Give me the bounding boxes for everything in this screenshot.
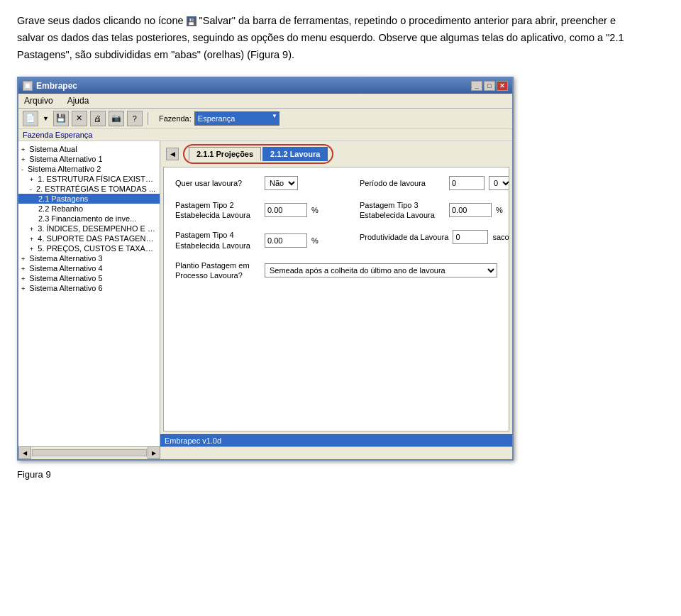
content-area: + Sistema Atual + Sistema Alternativo 1 … xyxy=(18,141,512,446)
expand-icon-14: + xyxy=(21,285,25,292)
form-row-2: Pastagem Tipo 2 Estabelecida Lavoura % P… xyxy=(175,200,497,221)
pastagem-tipo2-input[interactable] xyxy=(265,203,307,217)
body-paragraph: Grave seus dados clicando no ícone 💾 "Sa… xyxy=(17,13,641,64)
sidebar-item-rebanho[interactable]: 2.2 Rebanho xyxy=(18,204,160,214)
fazenda-label: Fazenda: xyxy=(159,114,192,123)
expand-icon-3: + xyxy=(30,176,33,183)
expand-icon-13: + xyxy=(21,275,25,282)
plantio-pastagem-select[interactable]: Semeada após a colheita do último ano de… xyxy=(265,263,497,277)
pastagem-tipo3-label: Pastagem Tipo 3 Estabelecida Lavoura xyxy=(360,200,445,221)
toolbar: 📄 ▼ 💾 ✕ 🖨 📷 ? Fazenda: Esperança xyxy=(18,109,512,129)
scroll-right-arrow[interactable]: ▶ xyxy=(148,446,160,459)
periodo-lavoura-group: Período de lavoura 0 ano(s) xyxy=(360,176,509,190)
produtividade-lavoura-input[interactable] xyxy=(453,230,488,244)
form-row-3: Pastagem Tipo 4 Estabelecida Lavoura % P… xyxy=(175,230,497,251)
title-bar-left: ▣ Embrapec xyxy=(23,81,77,91)
sidebar-item-financiamento[interactable]: 2.3 Financiamento de inve... xyxy=(18,214,160,224)
application-window: ▣ Embrapec _ □ ✕ Arquivo Ajuda 📄 ▼ 💾 ✕ 🖨… xyxy=(17,77,514,461)
delete-button[interactable]: ✕ xyxy=(72,111,87,126)
sidebar-item-sistema-alt1[interactable]: + Sistema Alternativo 1 xyxy=(18,154,160,164)
sidebar-scrollbar-track: ◀ ▶ xyxy=(18,447,160,459)
pastagem-tipo3-group: Pastagem Tipo 3 Estabelecida Lavoura % xyxy=(360,200,509,221)
title-bar: ▣ Embrapec _ □ ✕ xyxy=(18,78,512,94)
sidebar-item-sistema-atual[interactable]: + Sistema Atual xyxy=(18,144,160,154)
expand-icon-0: + xyxy=(21,146,25,153)
window-icon: ▣ xyxy=(23,81,33,91)
sidebar-item-pastagens[interactable]: 2.1 Pastagens xyxy=(18,194,160,204)
pastagem-tipo4-unit: % xyxy=(311,236,319,245)
tab-projections[interactable]: 2.1.1 Projeções xyxy=(189,147,261,161)
usar-lavoura-select[interactable]: Não Sim xyxy=(265,176,298,190)
window-title: Embrapec xyxy=(36,81,77,91)
menu-bar: Arquivo Ajuda xyxy=(18,94,512,109)
expand-icon-12: + xyxy=(21,265,25,273)
pastagem-tipo2-unit: % xyxy=(311,206,319,214)
tab-highlight-oval: 2.1.1 Projeções 2.1.2 Lavoura xyxy=(183,144,333,164)
usar-lavoura-group: Quer usar lavoura? Não Sim xyxy=(175,176,345,190)
scroll-track[interactable] xyxy=(32,449,147,456)
expand-icon-2: - xyxy=(21,166,23,173)
expand-icon-4: - xyxy=(30,186,32,193)
close-button[interactable]: ✕ xyxy=(497,81,508,91)
pastagem-tipo4-input[interactable] xyxy=(265,233,307,248)
produtividade-lavoura-group: Produtividade da Lavoura sacos/ha xyxy=(360,230,509,244)
sidebar-item-sistema-alt3[interactable]: + Sistema Alternativo 3 xyxy=(18,253,160,263)
sidebar-item-precos[interactable]: + 5. PREÇOS, CUSTOS E TAXAS... xyxy=(18,243,160,253)
sidebar-item-sistema-alt5[interactable]: + Sistema Alternativo 5 xyxy=(18,273,160,283)
usar-lavoura-label: Quer usar lavoura? xyxy=(175,178,260,188)
expand-icon-1: + xyxy=(21,156,25,163)
new-button[interactable]: 📄 xyxy=(23,111,38,126)
produtividade-lavoura-label: Produtividade da Lavoura xyxy=(360,232,448,242)
expand-icon-10: + xyxy=(30,246,33,253)
maximize-button[interactable]: □ xyxy=(484,81,495,91)
sidebar-item-sistema-alt6[interactable]: + Sistema Alternativo 6 xyxy=(18,283,160,293)
periodo-lavoura-label: Período de lavoura xyxy=(360,178,445,188)
form-row-1: Quer usar lavoura? Não Sim Período de la… xyxy=(175,176,497,190)
pastagem-tipo3-unit: % xyxy=(496,206,503,214)
tab-lavoura[interactable]: 2.1.2 Lavoura xyxy=(262,147,328,161)
expand-icon-8: + xyxy=(30,226,33,233)
print-button[interactable]: 🖨 xyxy=(90,111,106,126)
expand-icon-9: + xyxy=(30,236,33,243)
sidebar-item-suporte[interactable]: + 4. SUPORTE DAS PASTAGENS... xyxy=(18,233,160,243)
fazenda-select-wrapper[interactable]: Esperança xyxy=(194,111,279,126)
camera-button[interactable]: 📷 xyxy=(109,111,124,126)
pastagem-tipo3-input[interactable] xyxy=(449,203,492,217)
pastagem-tipo2-label: Pastagem Tipo 2 Estabelecida Lavoura xyxy=(175,200,260,221)
periodo-lavoura-select[interactable]: 0 xyxy=(489,176,509,190)
help-button[interactable]: ? xyxy=(127,111,143,126)
pastagem-tipo2-group: Pastagem Tipo 2 Estabelecida Lavoura % xyxy=(175,200,345,221)
menu-arquivo[interactable]: Arquivo xyxy=(21,95,56,106)
form-area: Quer usar lavoura? Não Sim Período de la… xyxy=(163,167,509,431)
periodo-lavoura-input[interactable] xyxy=(449,176,485,190)
plantio-pastagem-group: Plantio Pastagem em Processo Lavoura? Se… xyxy=(175,260,497,281)
produtividade-lavoura-unit: sacos/ha xyxy=(492,233,509,241)
sidebar-item-estrategias[interactable]: - 2. ESTRATÉGIAS E TOMADAS ... xyxy=(18,184,160,194)
tab-nav-arrow[interactable]: ◀ xyxy=(166,148,179,160)
minimize-button[interactable]: _ xyxy=(471,81,482,91)
plantio-pastagem-label: Plantio Pastagem em Processo Lavoura? xyxy=(175,260,260,281)
save-icon-ref: 💾 xyxy=(187,16,196,26)
menu-ajuda[interactable]: Ajuda xyxy=(65,95,92,106)
title-bar-buttons: _ □ ✕ xyxy=(471,81,508,91)
fazenda-select[interactable]: Esperança xyxy=(194,111,279,126)
pastagem-tipo4-group: Pastagem Tipo 4 Estabelecida Lavoura % xyxy=(175,230,345,251)
figure-caption: Figura 9 xyxy=(17,469,664,480)
scroll-left-arrow[interactable]: ◀ xyxy=(18,446,31,459)
breadcrumb: Fazenda Esperança xyxy=(18,129,512,141)
tabs-row: ◀ 2.1.1 Projeções 2.1.2 Lavoura xyxy=(160,141,512,164)
save-button[interactable]: 💾 xyxy=(53,111,69,126)
toolbar-separator xyxy=(148,112,148,125)
sidebar-scrollbar: ◀ ▶ xyxy=(18,446,512,459)
sidebar-tree: + Sistema Atual + Sistema Alternativo 1 … xyxy=(18,141,160,446)
expand-icon-11: + xyxy=(21,255,25,263)
status-bar: Embrapec v1.0d xyxy=(160,434,512,446)
pastagem-tipo4-label: Pastagem Tipo 4 Estabelecida Lavoura xyxy=(175,230,260,251)
sidebar-item-sistema-alt4[interactable]: + Sistema Alternativo 4 xyxy=(18,263,160,273)
form-row-4: Plantio Pastagem em Processo Lavoura? Se… xyxy=(175,260,497,281)
sidebar-item-indices[interactable]: + 3. ÍNDICES, DESEMPENHO E N... xyxy=(18,224,160,233)
right-panel: ◀ 2.1.1 Projeções 2.1.2 Lavoura Quer usa… xyxy=(160,141,512,446)
sidebar-item-estrutura[interactable]: + 1. ESTRUTURA FÍSICA EXISTE... xyxy=(18,174,160,184)
sidebar-item-sistema-alt2[interactable]: - Sistema Alternativo 2 xyxy=(18,164,160,174)
